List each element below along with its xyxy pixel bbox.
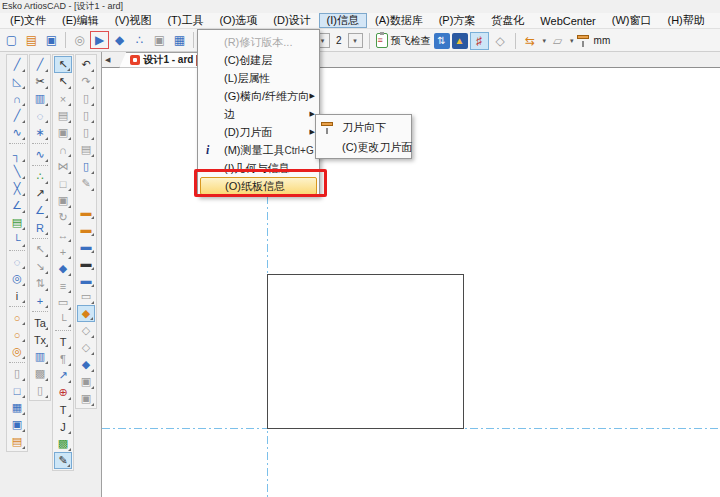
layer-up-down-icon[interactable]: ⇅ [434, 33, 450, 49]
doc-edit-tool[interactable]: ✎ [77, 175, 95, 192]
layers-tool[interactable]: ▤ [54, 107, 72, 124]
stretch-copy-tool[interactable]: ↘ [31, 258, 49, 275]
rotate-guide-tool[interactable]: ◌ [8, 253, 26, 270]
card-split-tool[interactable]: ▭ [77, 288, 95, 305]
bucket-tag-tool[interactable]: ◇ [77, 339, 95, 356]
point-set-icon[interactable]: ∴ [130, 31, 149, 49]
move-point-tool[interactable]: + [31, 292, 49, 309]
group-tool[interactable]: ▣ [54, 192, 72, 209]
extrude-cube-icon[interactable]: ◆ [110, 31, 129, 49]
database-table-icon[interactable]: ▦ [170, 31, 189, 49]
tab-scroll-left-icon[interactable]: ◀ [102, 56, 113, 64]
move-arrow-tool[interactable]: ↗ [31, 185, 49, 202]
blade-down-indicator-icon[interactable] [576, 33, 591, 48]
grid-snap-icon[interactable]: ♯ [470, 32, 489, 50]
new-workspace-icon[interactable]: ▢ [2, 31, 21, 49]
doc-add-tool[interactable]: ▯ [77, 107, 95, 124]
print-tool[interactable]: ▤ [77, 141, 95, 158]
rect-tool[interactable]: □ [8, 382, 26, 399]
curve-tool[interactable]: ∿ [8, 124, 26, 141]
stamp-check-icon[interactable]: ▲ [452, 33, 468, 49]
chamfer-tool[interactable]: ∠ [8, 197, 26, 214]
panel-tool[interactable]: ▤ [8, 214, 26, 231]
mirror-tool[interactable]: ↔ [54, 226, 72, 243]
preflight-icon[interactable] [376, 33, 388, 48]
fillet-tool[interactable]: ∩ [54, 141, 72, 158]
card-move-tool[interactable]: ▬ [77, 271, 95, 288]
hatch-frame-tool[interactable]: ▩ [31, 365, 49, 382]
leader-arrow-tool[interactable]: ↗ [54, 367, 72, 384]
flip-tool[interactable]: ⋈ [54, 158, 72, 175]
rotate-tool[interactable]: ◎ [8, 270, 26, 287]
sheet-tool[interactable]: ▯ [8, 365, 26, 382]
copies-stack-tool[interactable]: ≡ [54, 277, 72, 294]
corner-radius-tool[interactable]: ┐ [8, 146, 26, 163]
ray-tool[interactable]: ∗ [31, 124, 49, 141]
menu-item-layer-properties[interactable]: (L)层属性 [198, 69, 319, 87]
menu-item-blade-face[interactable]: (D)刀片面 ▶ [198, 123, 319, 141]
menu-tools[interactable]: (T)工具 [159, 13, 211, 28]
intersect-tool[interactable]: ╳ [8, 180, 26, 197]
fill-hatch-tool[interactable]: ▩ [54, 435, 72, 452]
bucket-blue-tool[interactable]: ◆ [77, 356, 95, 373]
menu-palletization[interactable]: 货盘化 [483, 13, 532, 28]
menu-window[interactable]: (W)窗口 [604, 13, 660, 28]
menu-database[interactable]: (A)数据库 [367, 13, 431, 28]
preflight-label[interactable]: 预飞检查 [391, 34, 431, 48]
fill-bucket-tool[interactable]: ◆ [77, 305, 95, 322]
angled-line-tool[interactable]: ╱ [8, 56, 26, 73]
menu-design[interactable]: (D)设计 [265, 13, 318, 28]
trim-tool[interactable]: ✂ [31, 73, 49, 90]
menu-item-geometry-info[interactable]: (I)几何与信息 [198, 159, 319, 177]
doc-remove-tool[interactable]: ▯ [77, 124, 95, 141]
card-tool[interactable]: ▬ [77, 203, 95, 220]
measure-info-tool[interactable]: i [8, 287, 26, 304]
ring-tool-medium[interactable]: ○ [8, 326, 26, 343]
rotate-cw-tool[interactable]: ↻ [54, 209, 72, 226]
card-add-tool[interactable]: ▬ [77, 220, 95, 237]
menu-help[interactable]: (H)帮助 [660, 13, 713, 28]
ring-tool-detail[interactable]: ◎ [8, 343, 26, 360]
menu-item-grain-direction[interactable]: (G)横向/纤维方向 ▶ [198, 87, 319, 105]
menu-item-side[interactable]: 边 ▶ [198, 105, 319, 123]
copies-combo[interactable]: ▾ [348, 33, 363, 48]
italic-text-tool[interactable]: J [54, 418, 72, 435]
fit-view-icon[interactable]: ◇ [491, 32, 510, 50]
swap-direction-icon[interactable]: ⇆ [521, 32, 540, 50]
s-curve-tool[interactable]: ∿ [31, 146, 49, 163]
delete-tool[interactable]: × [54, 90, 72, 107]
view-mode-icon-caret[interactable]: ▾ [570, 37, 574, 45]
text-attributes-tool[interactable]: Ta [31, 314, 49, 331]
stretch-poly-tool[interactable]: ⇅ [31, 275, 49, 292]
select-tool[interactable]: ↖ [54, 56, 72, 73]
resize-tool[interactable]: □ [54, 175, 72, 192]
ring-tool-small[interactable]: ○ [8, 309, 26, 326]
clipboard-copy-tool[interactable]: ▤ [8, 433, 26, 450]
menu-edit[interactable]: (E)编辑 [54, 13, 107, 28]
multi-panel-tool[interactable]: ▦ [8, 399, 26, 416]
undo-tool[interactable]: ↶ [77, 56, 95, 73]
construction-line-tool[interactable]: ╱ [31, 56, 49, 73]
pencil-tool[interactable]: ✎ [54, 452, 72, 469]
move-tool[interactable]: + [54, 243, 72, 260]
protractor-tool[interactable]: ◺ [8, 73, 26, 90]
submenu-item-blade-down[interactable]: 刀片向下 [316, 117, 411, 137]
step-tool[interactable]: └ [8, 231, 26, 248]
menu-item-measure-tool[interactable]: i (M)测量工具 Ctrl+G [198, 141, 319, 159]
menu-scheme[interactable]: (P)方案 [431, 13, 484, 28]
rect-star-tool[interactable]: ▣ [8, 416, 26, 433]
menu-view[interactable]: (V)视图 [107, 13, 160, 28]
card-layer-tool[interactable]: ▬ [77, 237, 95, 254]
disabled-mode-icon[interactable]: ▣ [150, 31, 169, 49]
open-design-icon[interactable]: ▤ [22, 31, 41, 49]
swap-direction-icon-caret[interactable]: ▾ [543, 37, 547, 45]
page-tool[interactable]: ▯ [31, 382, 49, 399]
connect-points-tool[interactable]: ∴ [31, 168, 49, 185]
corner-trim-tool[interactable]: └ [54, 311, 72, 328]
menu-item-board-info[interactable]: (O)纸板信息 [200, 177, 317, 195]
save-icon[interactable]: ▣ [42, 31, 61, 49]
marquee-tool[interactable]: ▭ [54, 294, 72, 311]
pointer-mode-icon[interactable]: ▶ [90, 31, 109, 49]
text-tool[interactable]: T [54, 333, 72, 350]
stretch-tool[interactable]: ↖ [31, 241, 49, 258]
